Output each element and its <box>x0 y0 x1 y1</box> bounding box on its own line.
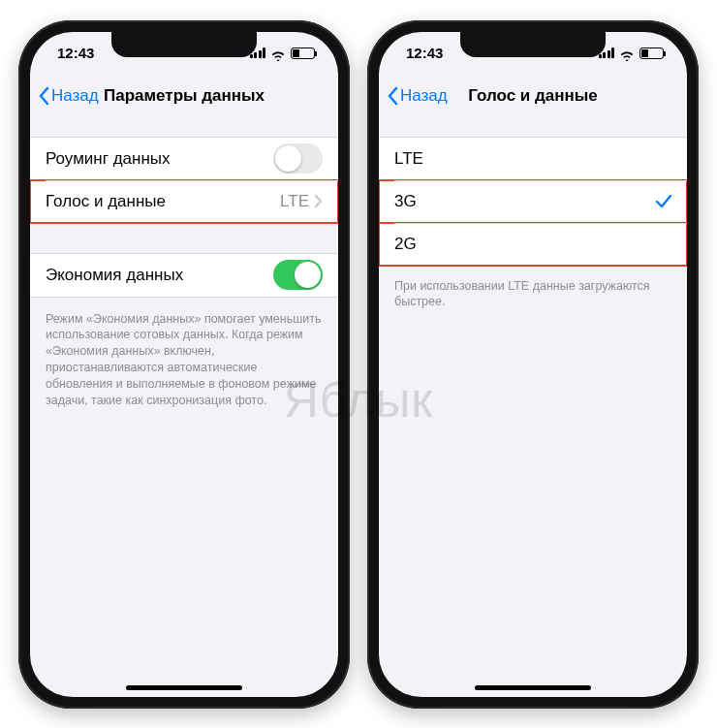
notch <box>111 32 257 57</box>
chevron-right-icon <box>315 195 323 207</box>
back-button[interactable]: Назад <box>38 86 99 106</box>
row-label: LTE <box>394 149 671 169</box>
row-label: 2G <box>394 235 671 254</box>
content: Роуминг данных Голос и данные LTE Эконом… <box>30 117 338 409</box>
chevron-left-icon <box>387 86 398 106</box>
back-label: Назад <box>51 86 99 106</box>
battery-icon <box>291 47 315 59</box>
phone-frame-right: 12:43 Назад Голос и данные LTE <box>367 20 699 709</box>
nav-bar: Назад Голос и данные <box>379 75 687 117</box>
chevron-left-icon <box>38 86 49 106</box>
checkmark-icon <box>656 195 671 208</box>
row-label: Экономия данных <box>46 266 273 285</box>
screen: 12:43 Назад Голос и данные LTE <box>379 32 687 697</box>
back-button[interactable]: Назад <box>387 86 448 106</box>
group-footer: При использовании LTE данные загружаются… <box>379 272 687 311</box>
option-2g[interactable]: 2G <box>379 223 687 266</box>
notch <box>460 32 606 57</box>
status-right <box>250 47 316 59</box>
home-indicator[interactable] <box>126 685 242 690</box>
status-time: 12:43 <box>406 45 443 61</box>
battery-icon <box>639 47 664 59</box>
back-label: Назад <box>400 86 448 106</box>
content: LTE 3G 2G При использовании LTE данные з… <box>379 117 687 311</box>
row-label: Голос и данные <box>46 192 280 211</box>
wifi-icon <box>619 47 635 59</box>
row-label: Роуминг данных <box>46 149 273 169</box>
option-3g[interactable]: 3G <box>379 180 687 223</box>
row-label: 3G <box>394 192 656 211</box>
switch-low-data-mode[interactable] <box>273 260 323 290</box>
switch-data-roaming[interactable] <box>273 143 323 174</box>
home-indicator[interactable] <box>475 685 591 690</box>
nav-bar: Назад Параметры данных <box>30 75 338 117</box>
screen: 12:43 Назад Параметры данных Роуминг дан… <box>30 32 338 697</box>
status-time: 12:43 <box>57 45 94 61</box>
settings-group-2: Экономия данных <box>30 253 338 298</box>
option-lte[interactable]: LTE <box>379 138 687 180</box>
settings-group-1: Роуминг данных Голос и данные LTE <box>30 137 338 224</box>
row-low-data-mode[interactable]: Экономия данных <box>30 254 338 297</box>
wifi-icon <box>270 47 286 59</box>
group-footer: Режим «Экономия данных» помогает уменьши… <box>30 305 338 409</box>
settings-group-voice-options: LTE 3G 2G <box>379 137 687 267</box>
phone-frame-left: 12:43 Назад Параметры данных Роуминг дан… <box>18 20 350 709</box>
status-right <box>599 47 665 59</box>
row-data-roaming[interactable]: Роуминг данных <box>30 138 338 180</box>
row-value: LTE <box>280 192 309 211</box>
row-voice-and-data[interactable]: Голос и данные LTE <box>30 180 338 223</box>
